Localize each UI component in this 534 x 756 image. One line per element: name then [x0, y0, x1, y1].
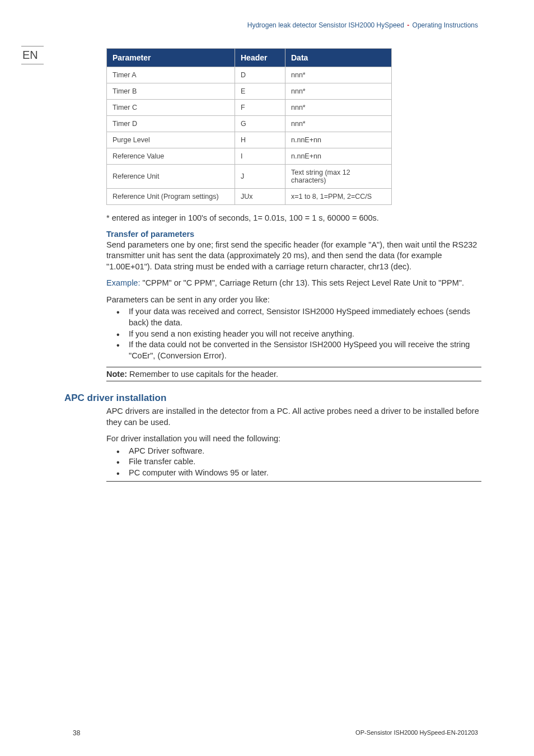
- cell-header: I: [235, 148, 285, 165]
- apc-heading: APC driver installation: [64, 393, 481, 404]
- table-header-row: Parameter Header Data: [107, 49, 392, 67]
- document-id: OP-Sensistor ISH2000 HySpeed-EN-201203: [355, 729, 478, 736]
- transfer-paragraph: Send parameters one by one; first send t…: [106, 240, 481, 273]
- cell-parameter: Timer A: [107, 67, 235, 83]
- col-data: Data: [285, 49, 392, 67]
- cell-data: n.nnE+nn: [285, 148, 392, 165]
- list-item: If you send a non existing header you wi…: [116, 329, 481, 340]
- note-block: Note: Remember to use capitals for the h…: [106, 367, 481, 381]
- example-label: Example:: [106, 278, 140, 287]
- note-label: Note:: [106, 370, 127, 379]
- running-header-part1: Hydrogen leak detector Sensistor ISH2000…: [247, 21, 406, 29]
- list-item: APC Driver software.: [116, 446, 481, 457]
- table-row: Purge Level H n.nnE+nn: [107, 132, 392, 148]
- content-area: Parameter Header Data Timer A D nnn* Tim…: [106, 48, 481, 487]
- table-row: Reference Unit (Program settings) JUx x=…: [107, 189, 392, 205]
- parameter-table: Parameter Header Data Timer A D nnn* Tim…: [106, 48, 392, 205]
- cell-parameter: Reference Unit: [107, 165, 235, 189]
- example-paragraph: Example: "CPPM" or "C PPM", Carriage Ret…: [106, 278, 481, 289]
- apc-bullet-list: APC Driver software. File transfer cable…: [106, 446, 481, 479]
- example-text: "CPPM" or "C PPM", Carriage Return (chr …: [140, 278, 464, 287]
- page-container: Hydrogen leak detector Sensistor ISH2000…: [0, 0, 534, 756]
- cell-parameter: Timer C: [107, 100, 235, 116]
- running-header-dash: -: [407, 21, 409, 29]
- apc-need-block: For driver installation you will need th…: [106, 433, 481, 481]
- table-row: Timer A D nnn*: [107, 67, 392, 83]
- list-item: PC computer with Windows 95 or later.: [116, 468, 481, 479]
- cell-header: E: [235, 83, 285, 100]
- table-row: Timer C F nnn*: [107, 100, 392, 116]
- col-parameter: Parameter: [107, 49, 235, 67]
- cell-parameter: Timer D: [107, 116, 235, 132]
- cell-data: nnn*: [285, 116, 392, 132]
- order-line: Parameters can be sent in any order you …: [106, 295, 481, 306]
- apc-need-line: For driver installation you will need th…: [106, 433, 481, 445]
- cell-header: H: [235, 132, 285, 148]
- table-row: Reference Value I n.nnE+nn: [107, 148, 392, 165]
- page-number: 38: [73, 729, 80, 737]
- cell-header: G: [235, 116, 285, 132]
- cell-parameter: Purge Level: [107, 132, 235, 148]
- cell-header: F: [235, 100, 285, 116]
- table-row: Timer D G nnn*: [107, 116, 392, 132]
- transfer-heading: Transfer of parameters: [106, 230, 481, 239]
- language-tab: EN: [21, 46, 44, 64]
- cell-header: JUx: [235, 189, 285, 205]
- list-item: File transfer cable.: [116, 456, 481, 468]
- apc-paragraph: APC drivers are installed in the detecto…: [106, 406, 481, 428]
- cell-data: nnn*: [285, 83, 392, 100]
- table-row: Timer B E nnn*: [107, 83, 392, 100]
- cell-parameter: Timer B: [107, 83, 235, 100]
- running-header-part2: Operating Instructions: [410, 21, 478, 29]
- note-text: Remember to use capitals for the header.: [127, 370, 278, 379]
- list-item: If the data could not be converted in th…: [116, 339, 481, 361]
- col-header: Header: [235, 49, 285, 67]
- cell-data: n.nnE+nn: [285, 132, 392, 148]
- running-header: Hydrogen leak detector Sensistor ISH2000…: [247, 21, 478, 29]
- cell-data: x=1 to 8, 1=PPM, 2=CC/S: [285, 189, 392, 205]
- cell-parameter: Reference Value: [107, 148, 235, 165]
- table-footnote: * entered as integer in 100's of seconds…: [106, 213, 481, 224]
- table-row: Reference Unit J Text string (max 12 cha…: [107, 165, 392, 189]
- cell-data: nnn*: [285, 100, 392, 116]
- order-bullet-list: If your data was received and correct, S…: [106, 306, 481, 361]
- cell-data: Text string (max 12 characters): [285, 165, 392, 189]
- cell-header: D: [235, 67, 285, 83]
- cell-parameter: Reference Unit (Program settings): [107, 189, 235, 205]
- cell-header: J: [235, 165, 285, 189]
- list-item: If your data was received and correct, S…: [116, 306, 481, 328]
- cell-data: nnn*: [285, 67, 392, 83]
